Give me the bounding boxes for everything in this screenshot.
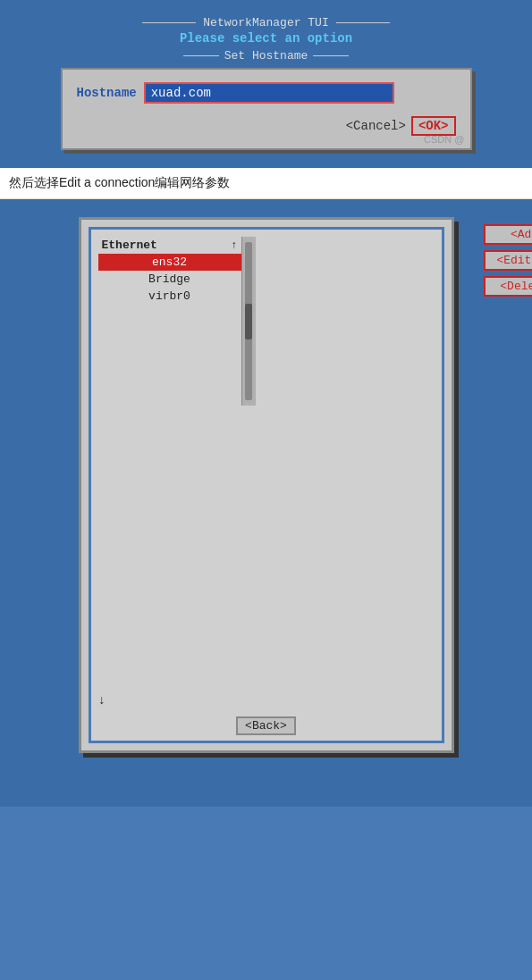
conn-item-virbr0[interactable]: virbr0	[98, 288, 241, 305]
bottom-section: Ethernet ↑ ens32 Bridge virbr0	[0, 199, 532, 807]
title-line-right	[336, 22, 390, 23]
connection-wrapper: Ethernet ↑ ens32 Bridge virbr0	[79, 217, 454, 753]
conn-scrollbar[interactable]	[241, 237, 256, 406]
ok-button[interactable]: <OK>	[411, 116, 456, 136]
annotation-text: 然后选择Edit a connection编辑网络参数	[0, 168, 532, 199]
hostname-input[interactable]	[144, 82, 394, 104]
add-button[interactable]: <Add>	[484, 224, 533, 245]
back-button[interactable]: <Back>	[236, 716, 296, 735]
nm-tui-title-bar: NetworkManager TUI	[101, 16, 432, 29]
ethernet-arrow: ↑	[231, 239, 237, 252]
bottom-down-arrow: ↓	[98, 693, 106, 708]
conn-bottom-arrow: ↓	[91, 691, 442, 709]
conn-item-ens32[interactable]: ens32	[98, 254, 241, 271]
sub-line-left	[183, 55, 219, 56]
hostname-label: Hostname	[77, 86, 137, 100]
hostname-row: Hostname	[77, 82, 456, 104]
edit-button[interactable]: <Edit...>	[484, 250, 533, 271]
nm-tui-subtitle-bar: Set Hostname	[101, 49, 432, 63]
cancel-label: <Cancel>	[346, 119, 406, 133]
scrollbar-track	[245, 242, 252, 400]
sub-line-right	[313, 55, 349, 56]
nm-tui-dialog-title: Set Hostname	[219, 49, 314, 63]
csdn-watermark: CSDN @	[424, 134, 464, 145]
nm-tui-subtitle: Please select an option	[101, 31, 432, 46]
action-buttons: <Add> ← 添加 <Edit...> ← 编辑 <Delete> ←	[484, 224, 533, 297]
conn-item-bridge[interactable]: Bridge	[98, 271, 241, 288]
connection-window: Ethernet ↑ ens32 Bridge virbr0	[79, 217, 454, 753]
edit-button-group: <Edit...> ← 编辑	[484, 250, 533, 271]
conn-bottom: <Back>	[91, 709, 442, 741]
conn-list-area: Ethernet ↑ ens32 Bridge virbr0	[91, 230, 442, 406]
scrollbar-thumb	[245, 304, 252, 339]
conn-list-header: Ethernet ↑	[98, 237, 241, 254]
conn-inner: Ethernet ↑ ens32 Bridge virbr0	[89, 227, 444, 743]
hostname-dialog: Hostname <Cancel> <OK> CSDN @	[61, 68, 472, 150]
delete-button-group: <Delete> ← 删除	[484, 276, 533, 297]
dialog-buttons: <Cancel> <OK>	[77, 116, 456, 136]
conn-spacer	[91, 406, 442, 691]
title-line-left	[142, 22, 196, 23]
add-button-group: <Add> ← 添加	[484, 224, 533, 245]
ethernet-title: Ethernet	[102, 239, 157, 252]
delete-button[interactable]: <Delete>	[484, 276, 533, 297]
nm-tui-window: NetworkManager TUI Please select an opti…	[101, 16, 432, 63]
top-section: NetworkManager TUI Please select an opti…	[0, 0, 532, 168]
nm-tui-title: NetworkManager TUI	[196, 16, 335, 29]
conn-list-panel: Ethernet ↑ ens32 Bridge virbr0	[98, 237, 241, 406]
